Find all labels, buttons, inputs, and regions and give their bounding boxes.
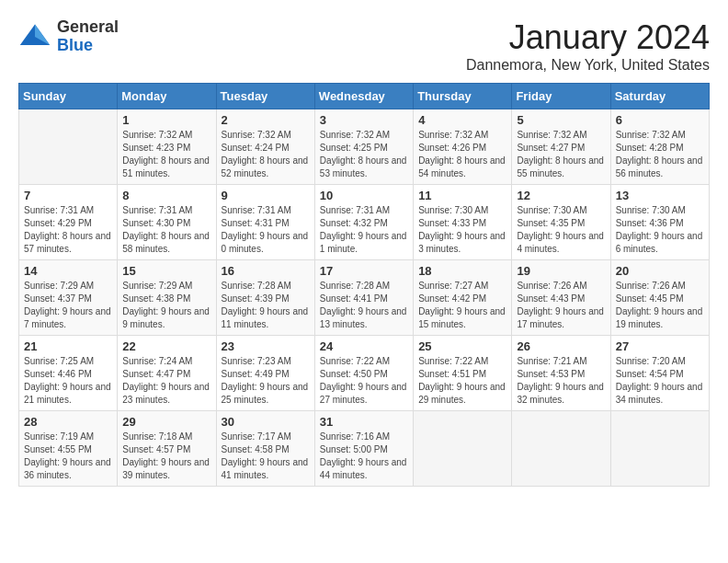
calendar-cell: 23Sunrise: 7:23 AMSunset: 4:49 PMDayligh… [216, 336, 314, 411]
day-number: 21 [24, 339, 112, 353]
day-number: 13 [616, 189, 704, 202]
day-detail: Sunrise: 7:31 AMSunset: 4:31 PMDaylight:… [222, 204, 310, 256]
day-number: 29 [122, 415, 210, 429]
day-number: 12 [517, 189, 605, 202]
location-title: Dannemora, New York, United States [466, 57, 710, 74]
day-detail: Sunrise: 7:22 AMSunset: 4:50 PMDaylight:… [320, 355, 408, 407]
calendar-cell: 8Sunrise: 7:31 AMSunset: 4:30 PMDaylight… [118, 185, 216, 260]
calendar-cell [512, 411, 610, 487]
day-number: 18 [418, 264, 506, 278]
day-detail: Sunrise: 7:25 AMSunset: 4:46 PMDaylight:… [24, 355, 112, 407]
day-detail: Sunrise: 7:30 AMSunset: 4:35 PMDaylight:… [517, 204, 605, 256]
day-number: 26 [517, 339, 605, 353]
calendar-cell: 11Sunrise: 7:30 AMSunset: 4:33 PMDayligh… [414, 185, 512, 260]
day-number: 9 [222, 189, 310, 202]
day-number: 17 [320, 264, 408, 278]
calendar-cell: 3Sunrise: 7:32 AMSunset: 4:25 PMDaylight… [314, 109, 413, 185]
day-detail: Sunrise: 7:32 AMSunset: 4:26 PMDaylight:… [418, 129, 506, 180]
day-detail: Sunrise: 7:31 AMSunset: 4:29 PMDaylight:… [24, 204, 112, 256]
day-detail: Sunrise: 7:30 AMSunset: 4:33 PMDaylight:… [418, 204, 506, 256]
calendar-cell: 17Sunrise: 7:28 AMSunset: 4:41 PMDayligh… [314, 260, 413, 336]
day-detail: Sunrise: 7:27 AMSunset: 4:42 PMDaylight:… [418, 280, 506, 331]
calendar-cell: 27Sunrise: 7:20 AMSunset: 4:54 PMDayligh… [610, 336, 709, 411]
calendar-cell: 29Sunrise: 7:18 AMSunset: 4:57 PMDayligh… [118, 411, 216, 487]
calendar-cell: 25Sunrise: 7:22 AMSunset: 4:51 PMDayligh… [414, 336, 512, 411]
calendar-week-row: 7Sunrise: 7:31 AMSunset: 4:29 PMDaylight… [19, 185, 710, 260]
day-number: 3 [320, 113, 408, 127]
calendar-cell: 1Sunrise: 7:32 AMSunset: 4:23 PMDaylight… [118, 109, 216, 185]
calendar-cell: 6Sunrise: 7:32 AMSunset: 4:28 PMDaylight… [610, 109, 709, 185]
day-number: 15 [122, 264, 210, 278]
calendar-cell: 22Sunrise: 7:24 AMSunset: 4:47 PMDayligh… [118, 336, 216, 411]
weekday-header: Wednesday [314, 84, 413, 109]
calendar-cell: 16Sunrise: 7:28 AMSunset: 4:39 PMDayligh… [216, 260, 314, 336]
weekday-header: Sunday [19, 84, 118, 109]
calendar-week-row: 21Sunrise: 7:25 AMSunset: 4:46 PMDayligh… [19, 336, 710, 411]
day-number: 6 [616, 113, 704, 127]
day-number: 7 [24, 189, 112, 202]
title-block: January 2024 Dannemora, New York, United… [466, 18, 710, 74]
day-detail: Sunrise: 7:29 AMSunset: 4:37 PMDaylight:… [24, 280, 112, 331]
calendar-cell: 28Sunrise: 7:19 AMSunset: 4:55 PMDayligh… [19, 411, 118, 487]
calendar-cell: 18Sunrise: 7:27 AMSunset: 4:42 PMDayligh… [414, 260, 512, 336]
logo-icon [18, 20, 51, 53]
day-detail: Sunrise: 7:28 AMSunset: 4:41 PMDaylight:… [320, 280, 408, 331]
month-title: January 2024 [466, 18, 710, 57]
day-number: 19 [517, 264, 605, 278]
weekday-header: Monday [118, 84, 216, 109]
day-detail: Sunrise: 7:22 AMSunset: 4:51 PMDaylight:… [418, 355, 506, 407]
day-detail: Sunrise: 7:31 AMSunset: 4:32 PMDaylight:… [320, 204, 408, 256]
calendar-cell: 2Sunrise: 7:32 AMSunset: 4:24 PMDaylight… [216, 109, 314, 185]
calendar-week-row: 28Sunrise: 7:19 AMSunset: 4:55 PMDayligh… [19, 411, 710, 487]
weekday-header: Thursday [414, 84, 512, 109]
day-number: 27 [616, 339, 704, 353]
day-detail: Sunrise: 7:17 AMSunset: 4:58 PMDaylight:… [222, 431, 310, 482]
calendar-cell: 4Sunrise: 7:32 AMSunset: 4:26 PMDaylight… [414, 109, 512, 185]
day-number: 23 [222, 339, 310, 353]
calendar-cell: 21Sunrise: 7:25 AMSunset: 4:46 PMDayligh… [19, 336, 118, 411]
day-number: 5 [517, 113, 605, 127]
day-detail: Sunrise: 7:28 AMSunset: 4:39 PMDaylight:… [222, 280, 310, 331]
weekday-header: Saturday [610, 84, 709, 109]
calendar-table: SundayMondayTuesdayWednesdayThursdayFrid… [18, 83, 710, 487]
weekday-header: Tuesday [216, 84, 314, 109]
day-detail: Sunrise: 7:31 AMSunset: 4:30 PMDaylight:… [122, 204, 210, 256]
day-number: 8 [122, 189, 210, 202]
calendar-cell: 20Sunrise: 7:26 AMSunset: 4:45 PMDayligh… [610, 260, 709, 336]
calendar-cell [414, 411, 512, 487]
day-detail: Sunrise: 7:20 AMSunset: 4:54 PMDaylight:… [616, 355, 704, 407]
calendar-cell: 26Sunrise: 7:21 AMSunset: 4:53 PMDayligh… [512, 336, 610, 411]
calendar-cell: 13Sunrise: 7:30 AMSunset: 4:36 PMDayligh… [610, 185, 709, 260]
day-detail: Sunrise: 7:32 AMSunset: 4:28 PMDaylight:… [616, 129, 704, 180]
day-detail: Sunrise: 7:32 AMSunset: 4:27 PMDaylight:… [517, 129, 605, 180]
day-number: 30 [222, 415, 310, 429]
calendar-cell: 9Sunrise: 7:31 AMSunset: 4:31 PMDaylight… [216, 185, 314, 260]
calendar-week-row: 14Sunrise: 7:29 AMSunset: 4:37 PMDayligh… [19, 260, 710, 336]
page-header: General Blue January 2024 Dannemora, New… [18, 18, 710, 74]
calendar-cell [19, 109, 118, 185]
calendar-week-row: 1Sunrise: 7:32 AMSunset: 4:23 PMDaylight… [19, 109, 710, 185]
calendar-cell: 24Sunrise: 7:22 AMSunset: 4:50 PMDayligh… [314, 336, 413, 411]
calendar-cell: 30Sunrise: 7:17 AMSunset: 4:58 PMDayligh… [216, 411, 314, 487]
day-detail: Sunrise: 7:29 AMSunset: 4:38 PMDaylight:… [122, 280, 210, 331]
day-detail: Sunrise: 7:32 AMSunset: 4:25 PMDaylight:… [320, 129, 408, 180]
day-detail: Sunrise: 7:26 AMSunset: 4:43 PMDaylight:… [517, 280, 605, 331]
weekday-header: Friday [512, 84, 610, 109]
calendar-cell: 10Sunrise: 7:31 AMSunset: 4:32 PMDayligh… [314, 185, 413, 260]
day-detail: Sunrise: 7:21 AMSunset: 4:53 PMDaylight:… [517, 355, 605, 407]
day-detail: Sunrise: 7:23 AMSunset: 4:49 PMDaylight:… [222, 355, 310, 407]
day-number: 2 [222, 113, 310, 127]
calendar-cell: 12Sunrise: 7:30 AMSunset: 4:35 PMDayligh… [512, 185, 610, 260]
calendar-cell: 14Sunrise: 7:29 AMSunset: 4:37 PMDayligh… [19, 260, 118, 336]
day-number: 22 [122, 339, 210, 353]
calendar-cell: 15Sunrise: 7:29 AMSunset: 4:38 PMDayligh… [118, 260, 216, 336]
day-number: 16 [222, 264, 310, 278]
calendar-cell: 5Sunrise: 7:32 AMSunset: 4:27 PMDaylight… [512, 109, 610, 185]
day-detail: Sunrise: 7:26 AMSunset: 4:45 PMDaylight:… [616, 280, 704, 331]
day-number: 1 [122, 113, 210, 127]
day-detail: Sunrise: 7:30 AMSunset: 4:36 PMDaylight:… [616, 204, 704, 256]
day-detail: Sunrise: 7:32 AMSunset: 4:24 PMDaylight:… [222, 129, 310, 180]
day-number: 14 [24, 264, 112, 278]
day-detail: Sunrise: 7:24 AMSunset: 4:47 PMDaylight:… [122, 355, 210, 407]
day-number: 28 [24, 415, 112, 429]
